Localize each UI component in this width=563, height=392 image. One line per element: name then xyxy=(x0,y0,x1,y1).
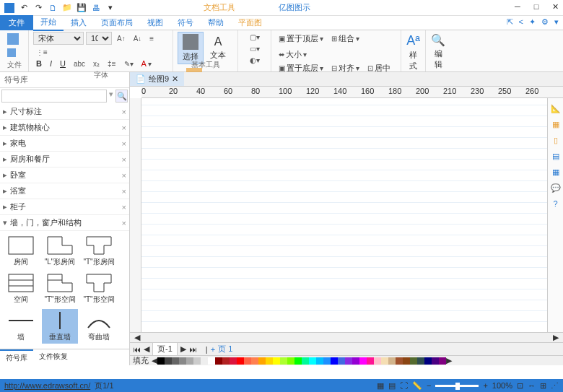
canvas[interactable] xyxy=(141,98,547,332)
file-tab-active[interactable]: 📄 绘图9 ✕ xyxy=(130,72,184,86)
color-swatch[interactable] xyxy=(410,357,417,365)
tab-view[interactable]: 视图 xyxy=(140,15,170,30)
color-swatch[interactable] xyxy=(417,357,424,365)
symbol-category[interactable]: ▸厨房和餐厅× xyxy=(0,152,129,167)
shape-item[interactable]: "T"形房间 xyxy=(81,234,117,269)
redo-icon[interactable]: ↷ xyxy=(32,1,45,14)
symbol-category[interactable]: ▸家电× xyxy=(0,136,129,152)
first-page-icon[interactable]: ⏮ xyxy=(133,345,141,354)
color-swatch[interactable] xyxy=(165,357,172,365)
collapse-ribbon-icon[interactable]: ▾ xyxy=(554,17,559,27)
share-icon[interactable]: < xyxy=(519,17,523,27)
color-swatch[interactable] xyxy=(294,357,302,365)
find-button[interactable]: 🔍编辑 xyxy=(430,32,446,71)
zoom-slider[interactable] xyxy=(435,385,479,387)
color-swatch[interactable] xyxy=(388,357,396,365)
color-swatch[interactable] xyxy=(424,357,432,365)
shape-item[interactable]: 墙 xyxy=(3,309,39,344)
line-color-icon[interactable]: ▭▾ xyxy=(247,43,263,54)
page-icon[interactable]: ▯ xyxy=(550,134,562,146)
close-category-icon[interactable]: × xyxy=(122,187,126,196)
outline-icon[interactable]: ▦ xyxy=(550,166,562,178)
font-color-icon[interactable]: A▾ xyxy=(139,58,154,69)
color-swatch[interactable] xyxy=(230,357,237,365)
close-category-icon[interactable]: × xyxy=(122,155,126,164)
dropdown-icon[interactable]: ▾ xyxy=(104,1,117,14)
page-label[interactable]: 页 1 xyxy=(218,344,232,354)
tab-start[interactable]: 开始 xyxy=(33,14,64,31)
tab-symbol[interactable]: 符号 xyxy=(170,15,201,30)
minimize-icon[interactable]: ─ xyxy=(512,1,523,12)
open-icon[interactable]: 📁 xyxy=(61,1,74,14)
shadow-icon[interactable]: ◐▾ xyxy=(247,55,263,66)
color-swatch[interactable] xyxy=(323,357,331,365)
color-swatch[interactable] xyxy=(179,357,186,365)
increase-font-icon[interactable]: A↑ xyxy=(114,33,128,44)
help-icon[interactable]: ? xyxy=(550,198,562,209)
paste-button[interactable] xyxy=(4,32,22,46)
print-icon[interactable]: 🖶 xyxy=(90,1,102,14)
group-button[interactable]: ⊞ 组合▾ xyxy=(328,32,362,45)
color-swatch[interactable] xyxy=(374,357,381,365)
color-swatch[interactable] xyxy=(309,357,316,365)
new-icon[interactable]: 🗋 xyxy=(46,1,59,14)
link-icon[interactable]: ✦ xyxy=(529,17,536,27)
highlight-icon[interactable]: ✎▾ xyxy=(121,58,136,69)
bullets-icon[interactable]: ⋮≡ xyxy=(33,47,51,58)
prev-page-icon[interactable]: ◀ xyxy=(144,344,149,354)
copy-button[interactable] xyxy=(4,47,19,58)
color-swatch[interactable] xyxy=(396,357,403,365)
shape-item[interactable]: "T"形空间 xyxy=(42,271,78,306)
style-button[interactable]: Aª样式 xyxy=(406,32,421,73)
align-left-icon[interactable]: ≡ xyxy=(147,33,157,44)
close-category-icon[interactable]: × xyxy=(122,203,126,212)
font-name-select[interactable]: 宋体 xyxy=(33,32,84,45)
symbol-category[interactable]: ▸尺寸标注× xyxy=(0,104,129,120)
color-swatch[interactable] xyxy=(352,357,359,365)
fill-color-icon[interactable]: ▢▾ xyxy=(247,32,263,43)
layers-icon[interactable]: ▦ xyxy=(550,118,562,130)
font-size-select[interactable]: 10 xyxy=(86,32,112,45)
app-icon[interactable] xyxy=(3,1,16,14)
text-tool[interactable]: A文本 xyxy=(206,34,230,62)
color-swatch[interactable] xyxy=(157,357,165,365)
strike-icon[interactable]: abc xyxy=(71,58,88,69)
line-spacing-icon[interactable]: ‡≡ xyxy=(105,58,118,69)
tab-help[interactable]: 帮助 xyxy=(201,15,231,30)
view-outline-icon[interactable]: ▤ xyxy=(388,381,396,391)
zoom-level[interactable]: 100% xyxy=(492,381,512,390)
size-button[interactable]: ⬌ 大小▾ xyxy=(276,48,310,61)
color-swatch[interactable] xyxy=(345,357,352,365)
color-swatch[interactable] xyxy=(266,357,273,365)
shape-item[interactable]: 房间 xyxy=(3,234,39,269)
save-icon[interactable]: 💾 xyxy=(75,1,88,14)
close-category-icon[interactable]: × xyxy=(122,139,126,148)
color-swatch[interactable] xyxy=(222,357,230,365)
symbol-tab-library[interactable]: 符号库 xyxy=(0,349,33,365)
bring-front-button[interactable]: ▣ 置于顶层▾ xyxy=(276,32,326,45)
export-icon[interactable]: ⇱ xyxy=(507,17,513,27)
symbol-search-input[interactable] xyxy=(1,90,107,103)
prev-colors-icon[interactable]: ◀ xyxy=(152,356,157,365)
color-swatch[interactable] xyxy=(432,357,439,365)
color-swatch[interactable] xyxy=(280,357,287,365)
symbol-category[interactable]: ▸柜子× xyxy=(0,199,129,215)
notes-icon[interactable]: ▤ xyxy=(550,150,562,162)
next-colors-icon[interactable]: ▶ xyxy=(446,356,452,365)
fit-page-icon[interactable]: ⊡ xyxy=(517,381,523,391)
symbol-category[interactable]: ▸建筑物核心× xyxy=(0,120,129,136)
view-full-icon[interactable]: ⛶ xyxy=(400,381,408,390)
color-swatch[interactable] xyxy=(287,357,294,365)
tab-insert[interactable]: 插入 xyxy=(64,15,94,30)
tab-file[interactable]: 文件 xyxy=(0,15,33,30)
settings-icon[interactable]: ⚙ xyxy=(541,17,549,27)
close-category-icon[interactable]: × xyxy=(122,123,126,132)
color-swatch[interactable] xyxy=(215,357,222,365)
color-swatch[interactable] xyxy=(172,357,179,365)
underline-icon[interactable]: U xyxy=(57,58,69,69)
fit-actual-icon[interactable]: ⊞ xyxy=(540,381,546,391)
symbol-category[interactable]: ▸卧室× xyxy=(0,167,129,183)
symbol-category[interactable]: ▾墙，门，窗户和结构× xyxy=(0,215,129,231)
color-swatch[interactable] xyxy=(338,357,345,365)
color-swatch[interactable] xyxy=(331,357,338,365)
